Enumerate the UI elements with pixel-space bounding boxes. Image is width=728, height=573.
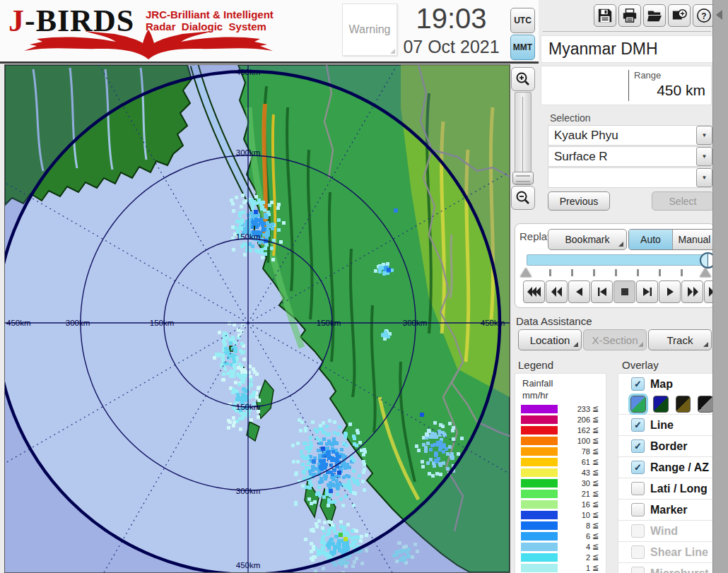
auto-button[interactable]: Auto [629, 230, 672, 249]
overlay-item-shear-line[interactable]: Shear Line [618, 541, 713, 562]
x-section-button[interactable]: X-Section [583, 329, 647, 350]
legend-color-swatch [521, 405, 558, 413]
checkbox[interactable] [631, 567, 645, 573]
overlay-item-label: Wind [650, 525, 678, 538]
location-button[interactable]: Location [518, 329, 582, 350]
replay-range-start-marker[interactable] [520, 268, 532, 277]
legend-entry: 21≦ [515, 488, 606, 499]
legend-lte-symbol: ≦ [592, 404, 599, 413]
product-dropdown[interactable]: Surface R ▼ [548, 146, 714, 167]
step-forward-button[interactable] [636, 280, 658, 303]
replay-tick [681, 269, 683, 276]
bookmark-button[interactable]: Bookmark [548, 229, 627, 250]
rewind-icon [550, 287, 564, 297]
overlay-item-wind[interactable]: Wind [618, 520, 713, 541]
legend-entry: 43≦ [515, 467, 606, 478]
legend-color-swatch [521, 490, 558, 498]
legend-color-swatch [521, 564, 558, 572]
map-style-swatch-selected[interactable] [630, 396, 646, 413]
stop-button[interactable] [613, 280, 635, 303]
legend-entry: 206≦ [515, 414, 606, 425]
overlay-item-line[interactable]: ✓Line [618, 414, 713, 435]
checkbox[interactable] [631, 545, 645, 559]
legend-entry: 8≦ [515, 520, 606, 531]
range-label: 300km [236, 148, 261, 157]
station-name: Myanmar DMH [541, 35, 719, 63]
panel-collapse-strip[interactable] [712, 0, 728, 573]
rain-intense-cell [420, 413, 424, 417]
product-dropdown-value: Surface R [548, 150, 696, 164]
save-button[interactable] [594, 4, 616, 27]
overlay-item-microburst[interactable]: Microburst [618, 562, 713, 573]
legend-panel: Rainfall mm/hr 233≦206≦162≦100≦78≦61≦43≦… [515, 373, 606, 573]
rain-intense-cell [312, 459, 316, 463]
fast-rewind-icon [527, 287, 541, 297]
play-backward-button[interactable] [568, 280, 590, 303]
replay-panel: Replay Bookmark Auto Manual [515, 223, 715, 308]
checkbox[interactable]: ✓ [631, 418, 645, 432]
overlay-panel: ✓Map✓Line✓Border✓Range / AZLati / LongMa… [618, 373, 714, 573]
legend-lte-symbol: ≦ [592, 489, 599, 498]
map-style-swatch[interactable] [676, 396, 691, 413]
map-style-swatch[interactable] [653, 396, 669, 413]
step-backward-button[interactable] [591, 280, 613, 303]
overlay-item-label: Border [650, 440, 687, 453]
rewind-button[interactable] [546, 280, 568, 303]
legend-color-swatch [521, 447, 558, 456]
replay-range-end-marker[interactable] [700, 268, 711, 277]
legend-value: 1 [558, 564, 590, 572]
site-dropdown-arrow[interactable]: ▼ [696, 126, 712, 145]
product-dropdown-arrow[interactable]: ▼ [696, 147, 712, 166]
checkbox[interactable]: ✓ [631, 377, 645, 391]
legend-entry: 30≦ [515, 478, 606, 488]
warning-indicator[interactable]: Warning [342, 4, 397, 56]
radar-map: 450km300km150km150km300km450km450km300km… [5, 65, 510, 572]
open-folder-button[interactable] [643, 4, 666, 27]
select-button[interactable]: Select [652, 191, 714, 211]
track-button[interactable]: Track [648, 329, 712, 350]
overlay-item-marker[interactable]: Marker [618, 499, 713, 520]
legend-lte-symbol: ≦ [592, 478, 599, 488]
panel-divider [543, 31, 711, 32]
site-dropdown[interactable]: Kyauk Phyu ▼ [548, 125, 714, 146]
replay-tick [659, 269, 661, 276]
replay-tick [571, 269, 573, 276]
capture-button[interactable] [668, 4, 691, 27]
replay-slider-track[interactable] [527, 254, 708, 266]
previous-button[interactable]: Previous [548, 191, 610, 211]
map-style-swatch[interactable] [698, 396, 713, 413]
stop-icon [618, 287, 632, 297]
overlay-item-border[interactable]: ✓Border [618, 435, 713, 456]
overlay-item-lati-long[interactable]: Lati / Long [618, 478, 713, 499]
legend-color-swatch [521, 500, 558, 509]
manual-button[interactable]: Manual [672, 230, 716, 249]
rain-intense-cell [394, 208, 398, 213]
legend-value: 100 [558, 437, 590, 445]
range-label: 450km [6, 319, 31, 327]
legend-color-swatch [521, 437, 558, 445]
option-dropdown[interactable]: ▼ [548, 167, 714, 188]
radar-map-viewport[interactable]: 450km300km150km150km300km450km450km300km… [4, 64, 510, 573]
fast-rewind-button[interactable] [523, 280, 545, 303]
legend-lte-symbol: ≦ [592, 510, 599, 519]
overlay-item-map[interactable]: ✓Map [618, 374, 713, 394]
checkbox[interactable]: ✓ [631, 461, 645, 474]
checkbox[interactable]: ✓ [631, 439, 645, 453]
checkbox[interactable] [631, 503, 645, 516]
range-label: 300km [236, 487, 261, 495]
legend-lte-symbol: ≦ [592, 531, 599, 540]
map-style-swatches [618, 394, 713, 414]
legend-value: 43 [558, 468, 590, 477]
collapse-arrow-icon[interactable] [716, 10, 722, 20]
forward-button[interactable] [681, 280, 703, 303]
overlay-item-label: Shear Line [650, 546, 708, 559]
overlay-item-range-az[interactable]: ✓Range / AZ [618, 456, 713, 478]
replay-tick [549, 269, 551, 276]
print-button[interactable] [618, 4, 641, 27]
legend-value: 206 [558, 415, 590, 424]
play-forward-button[interactable] [659, 280, 681, 303]
legend-color-swatch [521, 553, 558, 562]
checkbox[interactable] [631, 524, 645, 538]
checkbox[interactable] [631, 482, 645, 495]
option-dropdown-arrow[interactable]: ▼ [696, 168, 712, 187]
